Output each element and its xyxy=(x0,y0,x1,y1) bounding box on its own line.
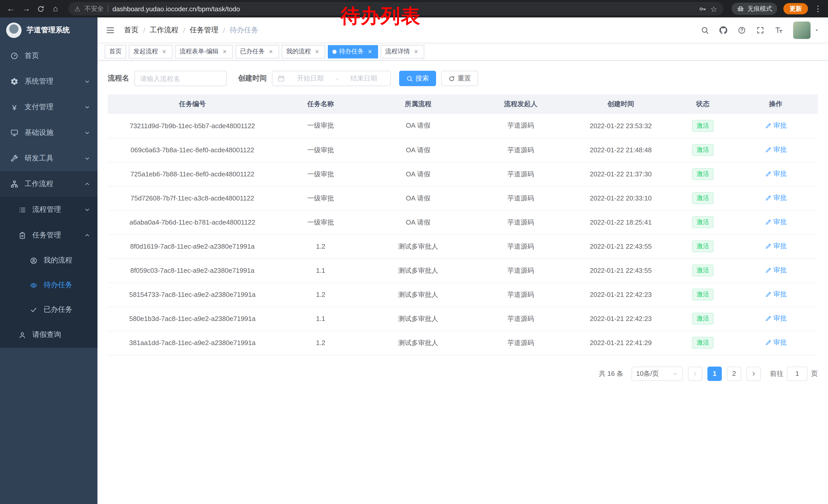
top-navbar: 首页 / 工作流程 / 任务管理 / 待办任务 xyxy=(97,17,828,43)
cell-task-name: 一级审批 xyxy=(277,138,364,162)
sidebar-item-payment-mgmt[interactable]: ¥ 支付管理 xyxy=(0,94,97,120)
sidebar-item-done-task[interactable]: 已办任务 xyxy=(0,297,97,322)
sidebar-item-process-mgmt[interactable]: 流程管理 xyxy=(0,197,97,223)
cell-process: 测试多审批人 xyxy=(364,307,472,331)
wrench-icon xyxy=(10,154,18,163)
sidebar-item-infrastructure[interactable]: 基础设施 xyxy=(0,120,97,146)
breadcrumb-task-mgmt[interactable]: 任务管理 xyxy=(190,26,218,35)
cell-task-id: 75d72608-7b7f-11ec-a3c8-acde48001122 xyxy=(108,186,277,210)
forward-icon[interactable]: → xyxy=(22,5,31,13)
tab-form-edit[interactable]: 流程表单-编辑 × xyxy=(175,45,233,58)
approve-link[interactable]: 审批 xyxy=(764,290,787,299)
tab-home[interactable]: 首页 xyxy=(105,45,126,58)
sidebar-item-my-process[interactable]: 我的流程 xyxy=(0,248,97,273)
cell-action: 审批 xyxy=(734,282,818,307)
close-tab-icon[interactable]: × xyxy=(366,48,373,55)
approve-link[interactable]: 审批 xyxy=(764,170,787,179)
reset-button[interactable]: 重置 xyxy=(441,71,478,86)
close-tab-icon[interactable]: × xyxy=(267,48,275,55)
page-button-1[interactable]: 1 xyxy=(707,366,722,381)
cell-action: 审批 xyxy=(734,186,818,210)
sidebar-item-leave-query[interactable]: 请假查询 xyxy=(0,322,97,348)
process-name-input[interactable] xyxy=(134,71,227,86)
approve-link[interactable]: 审批 xyxy=(764,338,787,348)
page-button-2[interactable]: 2 xyxy=(727,366,741,381)
tab-todo-task[interactable]: 待办任务 × xyxy=(328,45,378,58)
dashboard-icon xyxy=(10,52,18,60)
close-tab-icon[interactable]: × xyxy=(412,48,420,55)
table-header-row: 任务编号 任务名称 所属流程 流程发起人 创建时间 状态 操作 xyxy=(108,94,818,114)
approve-link[interactable]: 审批 xyxy=(764,193,787,203)
start-date-placeholder: 开始日期 xyxy=(289,74,332,83)
status-badge: 激活 xyxy=(692,168,714,180)
tab-process-detail[interactable]: 流程详情 × xyxy=(381,45,424,58)
collapse-sidebar-icon[interactable] xyxy=(106,26,115,35)
close-tab-icon[interactable]: × xyxy=(314,48,321,55)
search-icon[interactable] xyxy=(701,26,709,34)
sidebar-menu: 首页 系统管理 ¥ 支付管理 基础设施 xyxy=(0,43,97,348)
update-button[interactable]: 更新 xyxy=(783,3,808,14)
approve-link[interactable]: 审批 xyxy=(764,314,787,323)
goto-page-input[interactable] xyxy=(787,366,808,381)
cell-status: 激活 xyxy=(672,162,734,186)
approve-link[interactable]: 审批 xyxy=(764,242,787,251)
search-button[interactable]: 搜索 xyxy=(399,71,436,86)
address-divider xyxy=(108,5,108,12)
approve-link[interactable]: 审批 xyxy=(764,266,787,275)
refresh-icon xyxy=(448,75,455,82)
table-row: 58154733-7ac8-11ec-a9e2-a2380e71991a 1.2… xyxy=(108,282,818,307)
edit-icon xyxy=(764,122,771,129)
approve-link[interactable]: 审批 xyxy=(764,121,787,130)
sidebar-item-dev-tools[interactable]: 研发工具 xyxy=(0,146,97,171)
cell-starter: 芋道源码 xyxy=(472,282,570,307)
date-range-picker[interactable]: 开始日期 - 结束日期 xyxy=(272,71,391,86)
sidebar-item-home[interactable]: 首页 xyxy=(0,43,97,69)
cell-task-id: 8f059c03-7ac8-11ec-a9e2-a2380e71991a xyxy=(108,259,277,282)
app-title: 芋道管理系统 xyxy=(27,26,70,35)
col-task-id: 任务编号 xyxy=(108,94,277,114)
edit-icon xyxy=(764,291,771,298)
star-icon[interactable]: ☆ xyxy=(710,5,717,12)
tab-start-process[interactable]: 发起流程 × xyxy=(129,45,172,58)
close-tab-icon[interactable]: × xyxy=(221,48,228,55)
approve-link[interactable]: 审批 xyxy=(764,218,787,227)
reload-icon[interactable] xyxy=(37,5,45,12)
chevron-down-icon xyxy=(84,207,90,213)
sidebar-item-task-mgmt[interactable]: 任务管理 xyxy=(0,223,97,248)
close-tab-icon[interactable]: × xyxy=(161,48,168,55)
sidebar-item-workflow[interactable]: 工作流程 xyxy=(0,171,97,197)
address-bar[interactable]: ⚠ 不安全 dashboard.yudao.iocoder.cn/bpm/tas… xyxy=(68,2,723,15)
sidebar-item-system-mgmt[interactable]: 系统管理 xyxy=(0,69,97,94)
back-icon[interactable]: ← xyxy=(6,5,15,13)
breadcrumb-workflow[interactable]: 工作流程 xyxy=(150,26,178,35)
tab-done-task[interactable]: 已办任务 × xyxy=(236,45,279,58)
app-logo[interactable]: 芋道管理系统 xyxy=(0,17,97,43)
sidebar-item-todo-task[interactable]: 待办任务 xyxy=(0,273,97,297)
cell-starter: 芋道源码 xyxy=(472,162,570,186)
breadcrumb-home[interactable]: 首页 xyxy=(124,26,138,35)
cell-created: 2022-01-21 22:42:23 xyxy=(570,307,672,331)
cell-process: OA 请假 xyxy=(364,114,472,138)
cell-task-id: 58154733-7ac8-11ec-a9e2-a2380e71991a xyxy=(108,282,277,307)
help-icon[interactable] xyxy=(738,26,746,34)
next-page-button[interactable] xyxy=(746,366,761,381)
github-icon[interactable] xyxy=(719,26,728,34)
key-icon[interactable] xyxy=(699,5,706,12)
prev-page-button[interactable] xyxy=(688,366,702,381)
cell-created: 2022-01-22 21:48:48 xyxy=(570,138,672,162)
approve-link[interactable]: 审批 xyxy=(764,145,787,154)
user-avatar[interactable] xyxy=(793,21,820,39)
cell-task-id: 069c6a63-7b8a-11ec-8ef0-acde48001122 xyxy=(108,138,277,162)
tab-my-process[interactable]: 我的流程 × xyxy=(282,45,325,58)
chevron-down-icon xyxy=(84,155,90,162)
font-size-icon[interactable] xyxy=(775,26,783,34)
pagination-total: 共 16 条 xyxy=(599,369,623,378)
cell-process: OA 请假 xyxy=(364,138,472,162)
browser-menu-dots-icon[interactable]: ⋮ xyxy=(814,4,822,13)
cell-process: 测试多审批人 xyxy=(364,234,472,259)
fullscreen-icon[interactable] xyxy=(756,26,764,34)
breadcrumb-separator: / xyxy=(223,26,225,34)
page-size-select[interactable]: 10条/页 xyxy=(631,366,683,381)
home-icon[interactable]: ⌂ xyxy=(51,5,60,13)
cell-created: 2022-01-21 22:43:55 xyxy=(570,234,672,259)
